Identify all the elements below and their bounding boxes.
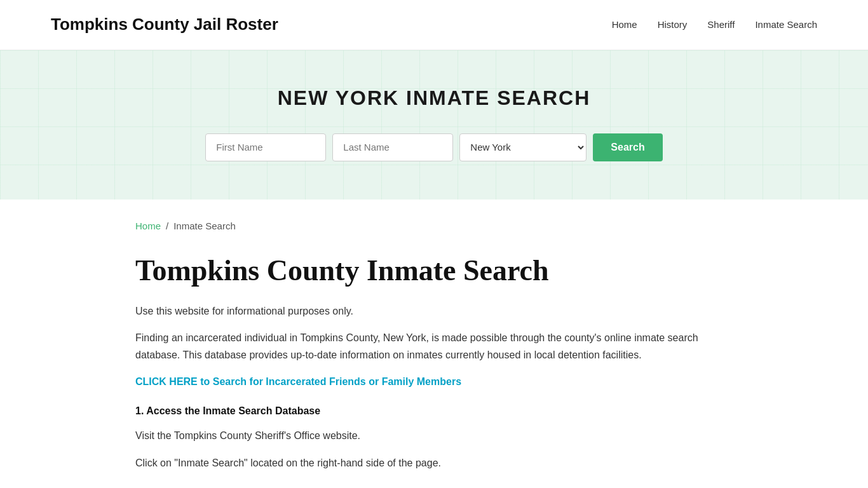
breadcrumb-current: Inmate Search [173,219,236,234]
nav-history[interactable]: History [658,17,688,32]
search-form: AlabamaAlaskaArizonaArkansasCaliforniaCo… [13,133,855,161]
section1-heading: 1. Access the Inmate Search Database [135,403,733,419]
search-button[interactable]: Search [593,133,662,161]
nav-inmate-search[interactable]: Inmate Search [755,17,817,32]
main-content: Home / Inmate Search Tompkins County Inm… [85,200,783,488]
intro-paragraph-2: Finding an incarcerated individual in To… [135,330,733,363]
hero-banner: NEW YORK INMATE SEARCH AlabamaAlaskaAriz… [0,50,868,200]
breadcrumb-home-link[interactable]: Home [135,219,161,234]
breadcrumb-separator: / [166,219,168,234]
site-title: Tompkins County Jail Roster [51,11,278,38]
site-header: Tompkins County Jail Roster Home History… [0,0,868,50]
section1-paragraph-1: Visit the Tompkins County Sheriff's Offi… [135,428,733,444]
nav-home[interactable]: Home [612,17,637,32]
intro-paragraph-1: Use this website for informational purpo… [135,303,733,320]
first-name-input[interactable] [205,133,326,161]
section1-paragraph-2: Click on "Inmate Search" located on the … [135,455,733,471]
breadcrumb: Home / Inmate Search [135,219,733,234]
main-nav: Home History Sheriff Inmate Search [612,17,817,32]
state-select[interactable]: AlabamaAlaskaArizonaArkansasCaliforniaCo… [459,133,587,161]
last-name-input[interactable] [332,133,453,161]
nav-sheriff[interactable]: Sheriff [707,17,735,32]
click-here-link[interactable]: CLICK HERE to Search for Incarcerated Fr… [135,374,733,390]
page-title: Tompkins County Inmate Search [135,253,733,288]
hero-title: NEW YORK INMATE SEARCH [13,82,855,114]
